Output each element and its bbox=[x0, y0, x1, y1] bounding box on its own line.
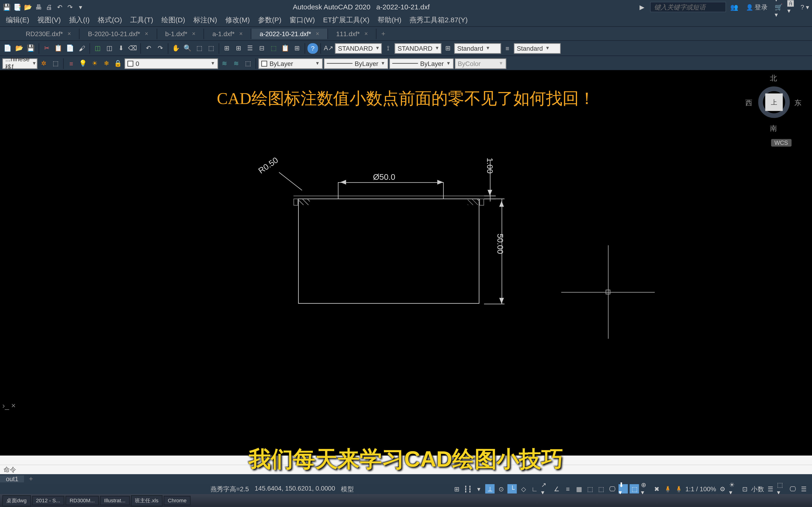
new-icon[interactable]: 📄 bbox=[2, 43, 13, 54]
ucs-icon[interactable]: ⊕ ▾ bbox=[641, 484, 650, 494]
text-style-dropdown[interactable]: STANDARD▼ bbox=[335, 43, 382, 54]
ml-style-dropdown[interactable]: Standard▼ bbox=[514, 43, 561, 54]
task-item[interactable]: 桌面dwg bbox=[2, 495, 31, 506]
sc-icon[interactable]: ⬚ bbox=[586, 484, 595, 494]
status-decimal[interactable]: 小数 bbox=[751, 485, 764, 493]
copy-icon[interactable]: 📋 bbox=[53, 43, 64, 54]
close-icon[interactable]: × bbox=[364, 30, 368, 37]
tab-add[interactable]: + bbox=[376, 28, 390, 40]
layer-iso-icon[interactable]: ⬚ bbox=[243, 58, 253, 69]
walk2-icon[interactable]: 🧍 bbox=[674, 484, 684, 494]
viewcube[interactable]: 上 北 南 东 西 bbox=[748, 76, 800, 128]
login-button[interactable]: 👤 登录 bbox=[743, 1, 771, 12]
layer-props-icon[interactable]: ≡ bbox=[66, 58, 77, 69]
polar-icon[interactable]: ⊙ bbox=[497, 484, 506, 494]
prop-icon[interactable]: ☰ bbox=[245, 43, 256, 54]
layer-tool-icon[interactable]: ⬚ bbox=[50, 58, 61, 69]
play-icon[interactable]: ▶ bbox=[637, 2, 647, 12]
close-icon[interactable]: × bbox=[145, 30, 148, 37]
snap-icon[interactable]: ┇┇ bbox=[463, 484, 473, 494]
layer-dropdown[interactable]: 0▼ bbox=[124, 58, 218, 69]
help-icon[interactable]: ? ▾ bbox=[800, 2, 810, 12]
table-icon[interactable]: ⊞ bbox=[221, 43, 232, 54]
menu-view[interactable]: 视图(V) bbox=[34, 14, 64, 26]
color-dropdown[interactable]: ByLayer▼ bbox=[258, 58, 323, 69]
block2-icon[interactable]: ◫ bbox=[104, 43, 115, 54]
zoomext-icon[interactable]: ⬚ bbox=[206, 43, 216, 54]
layer-on-icon[interactable]: 💡 bbox=[78, 58, 88, 69]
menu-window[interactable]: 窗口(W) bbox=[286, 14, 319, 26]
tpalette-icon[interactable]: ⬚ bbox=[268, 43, 279, 54]
layer-freeze-icon[interactable]: ☀ bbox=[90, 58, 100, 69]
app-icon[interactable]: 🅰 ▾ bbox=[787, 2, 797, 12]
sm-icon[interactable]: 🖵 bbox=[608, 484, 617, 494]
table2-icon[interactable]: ⊞ bbox=[233, 43, 244, 54]
task-item[interactable]: Chrome bbox=[164, 496, 191, 505]
mon-icon[interactable]: 🖵 bbox=[788, 484, 798, 494]
status-scale[interactable]: 1:1 / 100% bbox=[686, 486, 716, 493]
menu-edit[interactable]: 编辑(E) bbox=[2, 14, 33, 26]
dropdown-icon[interactable]: ▾ bbox=[76, 2, 85, 12]
menu-help[interactable]: 帮助(H) bbox=[374, 14, 405, 26]
layer-lock-icon[interactable]: 🔒 bbox=[113, 58, 123, 69]
save-icon[interactable]: 💾 bbox=[2, 2, 12, 12]
layout-add[interactable]: + bbox=[24, 475, 38, 483]
menu-format[interactable]: 格式(O) bbox=[94, 14, 125, 26]
paste-icon[interactable]: 📄 bbox=[65, 43, 75, 54]
iso-icon[interactable]: ⊡ bbox=[740, 484, 750, 494]
close-icon[interactable]: × bbox=[68, 30, 71, 37]
lwt-icon[interactable]: ∠ bbox=[552, 484, 562, 494]
open-icon[interactable]: 📂 bbox=[23, 2, 33, 12]
gear-icon[interactable]: ⚙ bbox=[718, 484, 727, 494]
zoom-icon[interactable]: 🔍 bbox=[182, 43, 193, 54]
layout-tab-1[interactable]: out1 bbox=[0, 475, 24, 482]
linetype-dropdown[interactable]: ByLayer▼ bbox=[324, 58, 388, 69]
match-icon[interactable]: 🖌 bbox=[77, 43, 87, 54]
cart-icon[interactable]: ▾ 🛒 ▾ bbox=[775, 2, 784, 12]
viewcube-top[interactable]: 上 bbox=[765, 94, 783, 111]
dimstyle-icon[interactable]: ⟟ bbox=[383, 43, 394, 54]
tpy-icon[interactable]: ≡ bbox=[563, 484, 572, 494]
tab-file-2[interactable]: b-1.dxf*× bbox=[157, 29, 204, 39]
table-style-dropdown[interactable]: Standard▼ bbox=[454, 43, 501, 54]
task-item[interactable]: 2012 - S... bbox=[32, 496, 64, 505]
pan-icon[interactable]: ✋ bbox=[171, 43, 182, 54]
tablestyle-icon[interactable]: ⊞ bbox=[443, 43, 453, 54]
redo-icon[interactable]: ↷ bbox=[65, 2, 75, 12]
close-icon[interactable]: × bbox=[316, 30, 319, 37]
plot-icon[interactable]: 🖶 bbox=[34, 2, 43, 12]
erase-icon[interactable]: ⌫ bbox=[128, 43, 138, 54]
print-icon[interactable]: 🖨 bbox=[44, 2, 54, 12]
ortho-icon[interactable]: ⊥ bbox=[486, 484, 495, 494]
save2-icon[interactable]: 💾 bbox=[26, 43, 36, 54]
redo2-icon[interactable]: ↷ bbox=[155, 43, 165, 54]
lineweight-dropdown[interactable]: ByLayer▼ bbox=[389, 58, 454, 69]
menu-yanxiu[interactable]: 燕秀工具箱2.87(Y) bbox=[406, 14, 471, 26]
tab-file-3[interactable]: a-1.dxf*× bbox=[204, 29, 251, 39]
dim-style-dropdown[interactable]: STANDARD▼ bbox=[395, 43, 441, 54]
undo2-icon[interactable]: ↶ bbox=[143, 43, 154, 54]
otrack-icon[interactable]: ◇ bbox=[519, 484, 528, 494]
sheet-icon[interactable]: 📋 bbox=[280, 43, 291, 54]
open2-icon[interactable]: 📂 bbox=[14, 43, 25, 54]
3dosnap-icon[interactable]: ∟ bbox=[530, 484, 539, 494]
status-model[interactable]: 模型 bbox=[341, 485, 354, 493]
drawing-canvas[interactable]: CAD绘图标注数值小数点前面的零不见了如何找回！ R0.50 Ø50.0 1.0… bbox=[0, 70, 812, 465]
gear2-icon[interactable]: ☀ ▾ bbox=[729, 484, 739, 494]
menu-et[interactable]: ET扩展工具(X) bbox=[319, 14, 373, 26]
menu-modify[interactable]: 修改(M) bbox=[222, 14, 253, 26]
layer-combo-dropdown[interactable]: ...hinese 移f▼ bbox=[2, 58, 37, 69]
menu-tools[interactable]: 工具(T) bbox=[126, 14, 157, 26]
tab-file-1[interactable]: B-2020-10-21.dxf*× bbox=[80, 29, 157, 39]
ds-icon[interactable]: ⬚ bbox=[597, 484, 606, 494]
menu-param[interactable]: 参数(P) bbox=[254, 14, 285, 26]
osnap-icon[interactable]: └ bbox=[508, 484, 517, 494]
grid-icon[interactable]: ⊞ bbox=[452, 484, 461, 494]
search-input[interactable] bbox=[650, 2, 726, 12]
menu-icon[interactable]: ☰ bbox=[799, 484, 808, 494]
tab-file-5[interactable]: 111.dxf*× bbox=[328, 29, 376, 39]
tab-file-4[interactable]: a-2022-10-21.dxf*× bbox=[251, 29, 328, 39]
layer-mgr-icon[interactable]: ✲ bbox=[39, 58, 49, 69]
layer-state-icon[interactable]: ≋ bbox=[231, 58, 242, 69]
textstyle-icon[interactable]: A↗ bbox=[323, 43, 334, 54]
